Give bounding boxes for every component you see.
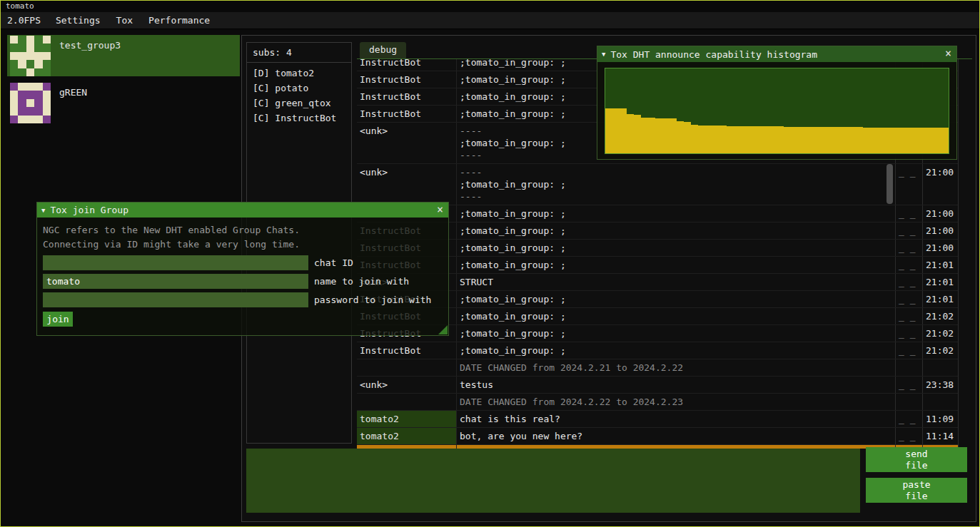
histogram-bar <box>648 118 655 153</box>
join-field-row: name to join with <box>43 274 443 289</box>
histogram-bar <box>798 127 805 153</box>
message-time: 21:01 <box>923 291 959 307</box>
scrollbar-thumb[interactable] <box>886 164 893 204</box>
histogram-bar <box>670 118 677 153</box>
histogram-bar <box>834 127 842 153</box>
member-item[interactable]: [C] potato <box>247 81 351 96</box>
group-name: gREEN <box>59 87 87 123</box>
message-row: <unk>----;tomato_in_group: ;----_ _21:00 <box>357 164 958 205</box>
message-sender: InstructBot <box>357 71 457 88</box>
histogram-body <box>597 62 956 159</box>
member-item[interactable]: [C] green_qtox <box>247 96 351 111</box>
group-avatar <box>10 36 51 76</box>
histogram-bar <box>748 126 755 153</box>
message-row: <unk>testus_ _23:38 <box>357 377 958 394</box>
histogram-bar <box>734 126 741 153</box>
menu-settings[interactable]: Settings <box>48 15 108 26</box>
join-input-password-to-join-with[interactable] <box>43 292 308 307</box>
join-group-window: ▼ Tox join Group × NGC refers to the New… <box>36 202 449 336</box>
group-item-test_group3[interactable]: test_group3 <box>7 35 240 76</box>
message-time: 21:02 <box>923 308 959 324</box>
histogram-bar <box>870 128 877 153</box>
message-time <box>923 394 959 410</box>
message-status <box>896 394 923 410</box>
histogram-bar <box>899 128 906 153</box>
histogram-bar <box>827 127 834 153</box>
join-group-body: NGC refers to the New DHT enabled Group … <box>37 218 448 335</box>
message-text: DATE CHANGED from 2024.2.22 to 2024.2.23 <box>457 394 896 410</box>
message-sender <box>357 394 457 410</box>
collapse-arrow-icon[interactable]: ▼ <box>602 51 605 58</box>
member-item[interactable]: [D] tomato2 <box>247 66 351 81</box>
member-item[interactable]: [C] InstructBot <box>247 111 351 126</box>
join-input-name-to-join-with[interactable] <box>43 274 308 289</box>
histogram-title: Tox DHT announce capability histogram <box>610 49 817 60</box>
message-text: ;tomato_in_group: ; <box>457 240 896 256</box>
join-group-titlebar[interactable]: ▼ Tox join Group × <box>37 203 448 218</box>
histogram-bar <box>842 127 849 153</box>
collapse-arrow-icon[interactable]: ▼ <box>41 207 45 214</box>
message-input[interactable] <box>246 449 860 513</box>
message-status: _ _ <box>896 342 923 359</box>
close-icon[interactable]: × <box>434 204 446 216</box>
message-status: _ _ <box>896 240 923 256</box>
message-time: 21:02 <box>923 342 959 359</box>
histogram-bar <box>741 126 748 153</box>
group-avatar <box>10 83 51 123</box>
message-text: ;tomato_in_group: ; <box>457 291 896 307</box>
close-icon[interactable]: × <box>942 48 954 60</box>
message-time: 21:02 <box>923 325 959 342</box>
histogram-bar <box>634 115 641 153</box>
histogram-bar <box>727 126 734 153</box>
histogram-bar <box>784 127 791 153</box>
group-item-gREEN[interactable]: gREEN <box>7 82 240 123</box>
group-name: test_group3 <box>59 40 121 76</box>
message-sender: tomato2 <box>357 411 457 427</box>
message-text: DATE CHANGED from 2024.2.21 to 2024.2.22 <box>457 359 896 376</box>
message-sender <box>357 359 457 376</box>
histogram-bar <box>812 127 819 153</box>
histogram-bar <box>856 127 863 153</box>
histogram-bar <box>698 126 705 153</box>
message-status: _ _ <box>896 308 923 324</box>
message-time: 21:01 <box>923 274 959 290</box>
paste-file-button[interactable]: paste file <box>866 478 967 503</box>
menu-performance[interactable]: Performance <box>141 15 218 26</box>
message-sender: InstructBot <box>357 59 457 71</box>
histogram-bar <box>684 122 691 153</box>
join-button[interactable]: join <box>43 312 73 327</box>
members-header: subs: 4 <box>247 43 351 61</box>
message-sender: InstructBot <box>357 88 457 105</box>
histogram-bar <box>863 128 870 153</box>
histogram-bar <box>906 128 913 153</box>
histogram-bar <box>934 128 941 153</box>
tab-debug[interactable]: debug <box>360 42 406 58</box>
histogram-plot[interactable] <box>605 68 949 154</box>
message-status: _ _ <box>896 377 923 393</box>
join-input-chat-ID[interactable] <box>43 255 308 270</box>
message-status: _ _ <box>896 291 923 307</box>
histogram-bar <box>777 126 784 153</box>
resize-grip[interactable] <box>438 325 448 334</box>
histogram-bar <box>791 127 798 153</box>
histogram-bar <box>920 128 927 153</box>
system-message-row: DATE CHANGED from 2024.2.22 to 2024.2.23 <box>357 394 958 411</box>
histogram-titlebar[interactable]: ▼ Tox DHT announce capability histogram … <box>597 46 956 62</box>
message-time: 11:09 <box>923 411 959 427</box>
histogram-bar <box>719 126 727 153</box>
send-file-button[interactable]: send file <box>866 447 967 472</box>
histogram-bar <box>884 128 891 153</box>
histogram-bar <box>927 128 934 153</box>
message-sender: InstructBot <box>357 106 457 122</box>
join-group-title: Tox join Group <box>50 205 128 215</box>
message-time: 21:00 <box>923 205 959 222</box>
window-titlebar[interactable]: tomato <box>1 1 979 12</box>
histogram-bar <box>705 126 712 153</box>
join-field-label: chat ID <box>314 257 353 268</box>
message-status: _ _ <box>896 274 923 290</box>
member-list: [D] tomato2[C] potato[C] green_qtox[C] I… <box>247 66 351 126</box>
message-status <box>896 359 923 376</box>
message-time: 21:01 <box>923 257 959 273</box>
message-time: 11:14 <box>923 428 959 444</box>
menu-tox[interactable]: Tox <box>108 15 141 26</box>
